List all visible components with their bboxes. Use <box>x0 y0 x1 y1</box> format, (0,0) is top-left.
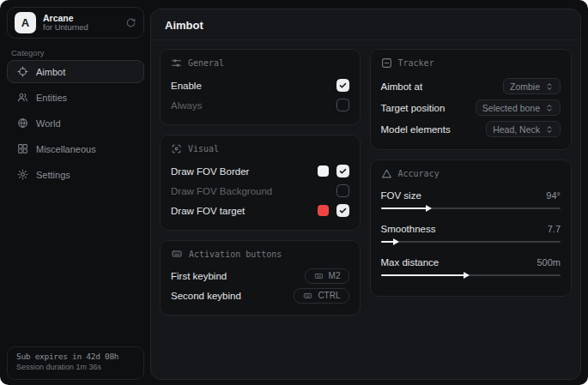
setting-row-second-keybind: Second keybind CTRL <box>171 286 349 305</box>
section-title: General <box>188 58 224 68</box>
setting-label: Second keybind <box>171 291 241 301</box>
sidebar-item-entities[interactable]: Entities <box>7 86 144 109</box>
sliders-icon <box>171 57 182 69</box>
fov-background-checkbox[interactable] <box>336 184 349 197</box>
setting-label: Always <box>171 100 202 111</box>
slider-value: 500m <box>536 257 561 268</box>
setting-row-fov-target: Draw FOV target <box>171 201 349 220</box>
category-label: Category <box>11 48 45 57</box>
section-title: Activation buttons <box>189 250 282 259</box>
globe-icon <box>17 117 28 129</box>
setting-row-fov-border: Draw FOV Border <box>171 161 349 181</box>
app-window: A Arcane for Unturned Category Aimbot <box>0 0 588 385</box>
enable-checkbox[interactable] <box>336 79 349 92</box>
setting-row-aimbot-at: Aimbot at Zombie <box>381 75 561 97</box>
subscription-status-card: Sub expires in 42d 08h Session duration … <box>7 346 144 380</box>
tracker-card: Tracker Aimbot at Zombie Target position… <box>370 49 572 150</box>
first-keybind-button[interactable]: M2 <box>305 268 349 284</box>
reload-icon[interactable] <box>125 17 136 28</box>
fov-target-checkbox[interactable] <box>336 204 349 217</box>
setting-label: Enable <box>171 81 202 91</box>
keyboard-icon <box>171 249 183 259</box>
slider-value: 94° <box>546 190 561 201</box>
activation-card: Activation buttons First keybind M2 Seco… <box>160 240 361 316</box>
setting-row-model-elements: Model elements Head, Neck <box>381 118 561 140</box>
aimbot-at-select[interactable]: Zombie <box>503 78 561 94</box>
chevrons-up-down-icon <box>545 104 554 112</box>
crosshair-icon <box>17 66 28 77</box>
second-keybind-button[interactable]: CTRL <box>294 288 349 304</box>
setting-label: Smoothness <box>381 224 436 234</box>
setting-label: Target position <box>381 103 446 113</box>
setting-row-first-keybind: First keybind M2 <box>171 266 349 286</box>
color-swatch-red[interactable] <box>318 205 329 216</box>
setting-label: First keybind <box>171 271 227 281</box>
setting-label: Model elements <box>381 124 451 135</box>
sub-expiry-text: Sub expires in 42d 08h <box>16 352 135 361</box>
page-title: Aimbot <box>151 9 580 40</box>
check-icon <box>339 81 347 89</box>
section-title: Accuracy <box>398 169 439 178</box>
sidebar-item-world[interactable]: World <box>7 111 144 135</box>
sidebar-item-label: World <box>36 118 61 129</box>
keybind-value: M2 <box>329 271 341 280</box>
slider-value: 7.7 <box>548 224 561 234</box>
model-elements-select[interactable]: Head, Neck <box>486 121 561 137</box>
grid-icon <box>17 143 28 154</box>
box-minus-icon <box>381 57 392 69</box>
keyboard-icon <box>302 292 313 300</box>
fov-size-slider[interactable] <box>381 204 561 216</box>
section-title: Visual <box>188 144 219 153</box>
main-panel: Aimbot General Enable Alw <box>150 9 581 380</box>
sidebar-item-label: Miscellaneous <box>36 144 96 154</box>
sidebar-nav: Aimbot Entities World Miscellaneous <box>7 60 144 189</box>
color-swatch-white[interactable] <box>318 165 329 177</box>
chevrons-up-down-icon <box>545 82 554 91</box>
setting-label: Aimbot at <box>381 81 423 92</box>
setting-row-fov-background: Draw FOV Background <box>171 181 349 201</box>
setting-label: Draw FOV target <box>171 206 245 216</box>
section-title: Tracker <box>398 58 434 68</box>
triangle-icon <box>381 168 392 179</box>
sidebar-item-settings[interactable]: Settings <box>7 163 144 186</box>
check-icon <box>339 207 347 214</box>
setting-label: Draw FOV Border <box>171 166 249 177</box>
app-logo: A <box>15 12 36 33</box>
sidebar-item-label: Entities <box>36 93 67 103</box>
slider-thumb[interactable] <box>393 238 399 245</box>
visual-card: Visual Draw FOV Border Draw FOV Backgrou… <box>160 135 361 231</box>
sidebar-item-miscellaneous[interactable]: Miscellaneous <box>7 137 144 160</box>
slider-thumb[interactable] <box>464 272 470 279</box>
gear-icon <box>17 169 28 180</box>
target-position-select[interactable]: Selected bone <box>476 99 561 116</box>
keyboard-icon <box>313 272 324 280</box>
session-duration-text: Session duration 1m 36s <box>16 363 135 371</box>
sidebar-item-aimbot[interactable]: Aimbot <box>7 60 144 83</box>
setting-row-max-distance: Max distance 500m <box>381 253 561 283</box>
sidebar-item-label: Settings <box>36 170 70 180</box>
setting-row-target-position: Target position Selected bone <box>381 97 561 118</box>
select-value: Zombie <box>510 81 540 92</box>
fov-border-checkbox[interactable] <box>336 165 349 177</box>
slider-thumb[interactable] <box>426 205 432 212</box>
accuracy-card: Accuracy FOV size 94° Smoothness <box>370 159 572 297</box>
select-value: Selected bone <box>482 103 540 113</box>
chevrons-up-down-icon <box>545 125 554 134</box>
keybind-value: CTRL <box>318 291 340 300</box>
select-value: Head, Neck <box>493 124 540 135</box>
setting-row-always: Always <box>171 95 349 115</box>
app-subtitle: for Unturned <box>43 23 118 33</box>
always-checkbox[interactable] <box>336 99 349 111</box>
max-distance-slider[interactable] <box>381 271 561 283</box>
general-card: General Enable Always <box>160 49 361 125</box>
setting-row-fov-size: FOV size 94° <box>381 186 561 216</box>
smoothness-slider[interactable] <box>381 238 561 250</box>
check-icon <box>339 167 347 175</box>
sidebar: A Arcane for Unturned Category Aimbot <box>0 0 150 385</box>
setting-row-smoothness: Smoothness 7.7 <box>381 220 561 250</box>
setting-row-enable: Enable <box>171 75 349 95</box>
scan-icon <box>171 143 182 154</box>
sidebar-item-label: Aimbot <box>36 67 65 77</box>
logo-card: A Arcane for Unturned <box>7 7 144 39</box>
entities-icon <box>17 92 28 103</box>
